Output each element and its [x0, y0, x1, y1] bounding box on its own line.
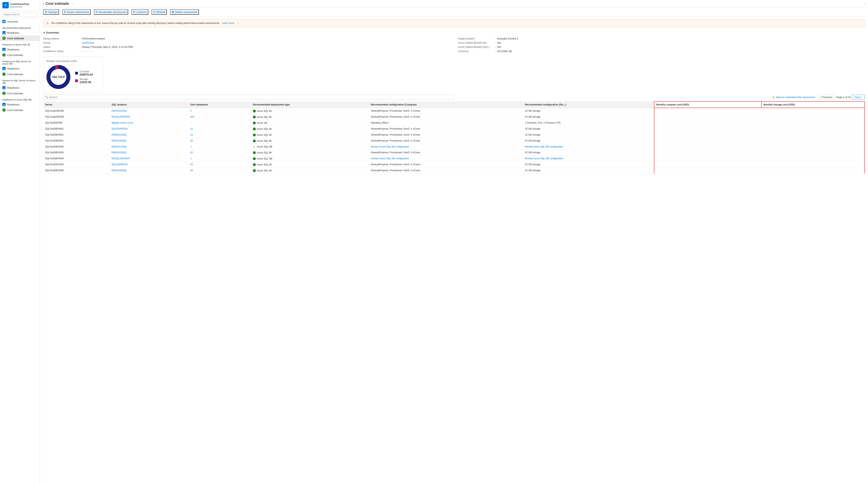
readiness-label-3: Readiness: [7, 67, 19, 70]
chart-section: Monthly cost estimate (USD) 262,710.9: [43, 56, 865, 92]
sidebar-item-sqldb-cost[interactable]: $ Cost estimate: [0, 107, 40, 113]
more-options-dots[interactable]: ···: [71, 2, 74, 6]
sidebar-item-sqlvm-cost[interactable]: $ Cost estimate: [0, 71, 40, 77]
banner-link[interactable]: Learn more.: [222, 22, 235, 25]
cell-monthly-compute: [654, 144, 762, 150]
sql-instance-link[interactable]: DMS2012SQL: [112, 110, 127, 112]
cell-config-storage: 32 GB storage: [523, 108, 654, 114]
sidebar-item-sqlvm-readiness[interactable]: ☁ Readiness: [0, 66, 40, 71]
sidebar-item-sqlmi-readiness[interactable]: ☁ Readiness: [0, 47, 40, 52]
columns-button[interactable]: ☰ Columns: [131, 9, 148, 15]
sidebar: $ CostCheckTest Assessment ▦ Overview Re…: [0, 0, 40, 483]
sidebar-item-servervm-cost[interactable]: $ Cost estimate: [0, 91, 40, 96]
user-db-link[interactable]: 24: [190, 133, 193, 136]
sql-instance-link[interactable]: SQLEXPRESS: [112, 163, 128, 166]
app-subtitle: Assessment: [10, 6, 29, 8]
essentials-header[interactable]: ∧ Essentials: [43, 30, 865, 36]
config-compute-link[interactable]: Review Azure SQL DB configuration: [371, 157, 409, 160]
cell-server: SQLTestDBVM42: [43, 126, 110, 132]
sizing-label: Sizing criteria: [43, 37, 79, 40]
user-db-link[interactable]: 1: [190, 157, 192, 160]
sql-instance-link[interactable]: Migrate server to Az...: [112, 121, 135, 124]
cell-config-compute: Review Azure SQL DB configuration: [369, 144, 523, 150]
sql-instance-link[interactable]: DMS2012SQL: [112, 133, 127, 136]
cell-sql-instance: DMS2012SQL: [110, 132, 188, 138]
sidebar-item-sqlmi-cost[interactable]: $ Cost estimate: [0, 52, 40, 58]
main-header: | Cost estimate ··· ›: [40, 0, 868, 7]
cell-config-storage: 32 GB storage: [523, 150, 654, 155]
search-input[interactable]: [2, 12, 38, 17]
user-db-link[interactable]: 20: [190, 139, 193, 142]
cell-sql-instance: DMS2016SQL: [110, 150, 188, 155]
cell-user-db: 20: [188, 138, 251, 144]
cell-config-storage: 1 Premium_P10, 1 Premium_P15: [523, 120, 654, 126]
sql-instance-link[interactable]: DMS2012SQL: [112, 145, 127, 148]
cell-deployment: ✓ Azure VM: [251, 120, 369, 126]
config-compute-link[interactable]: Review Azure SQL DB configuration: [371, 145, 409, 148]
sql-instance-link[interactable]: MSSQLSERVER: [112, 115, 129, 118]
cell-sql-instance: SQLEXPRESS: [110, 126, 188, 132]
cell-user-db: 20: [188, 150, 251, 155]
deployment-type: Azure SQL MI: [257, 128, 272, 130]
sql-instance-link[interactable]: DMS2016SQL: [112, 139, 127, 142]
config-storage-link[interactable]: Review Azure SQL DB configuration: [525, 157, 563, 160]
user-db-link[interactable]: 20: [190, 169, 193, 172]
recalculate-button[interactable]: ↻ Recalculate assessment: [94, 9, 128, 15]
cell-sql-instance: DMS2012SQL: [110, 108, 188, 114]
refresh-button[interactable]: ↺ Refresh: [152, 9, 167, 15]
group-label: Group: [43, 41, 79, 44]
status-check-icon: ✓: [253, 122, 256, 124]
collapse-button[interactable]: ›: [864, 2, 865, 5]
cell-monthly-compute: [654, 138, 762, 144]
cell-sql-instance: DMS2012SQL: [110, 144, 188, 150]
cell-deployment: ⚠ Azure SQL DB: [251, 144, 369, 150]
sql-instance-link[interactable]: DMS2016SQL: [112, 169, 127, 172]
user-db-link[interactable]: -: [190, 121, 191, 124]
previous-button[interactable]: < Previous: [817, 95, 835, 100]
table-search-input[interactable]: [49, 96, 452, 99]
table-row: SQLTestDBVM38 DMS2016SQL 20 ✓ Azure SQL …: [43, 168, 865, 174]
config-storage-link[interactable]: Review Azure SQL DB configuration: [525, 145, 563, 148]
cell-deployment: ✓ Azure SQL MI: [251, 126, 369, 132]
cell-monthly-storage: [762, 108, 865, 114]
sql-instance-link[interactable]: MSSQLSERVER: [112, 157, 129, 160]
chart-title: Monthly cost estimate (USD): [46, 60, 99, 63]
deployment-type: Azure SQL MI: [257, 133, 272, 137]
sidebar-search-container[interactable]: [0, 10, 40, 19]
sidebar-item-recommended-readiness[interactable]: ☁ Readiness: [0, 30, 40, 35]
table-row: SQLTestDBVM42 DMS2012SQL 24 ✓ Azure SQL …: [43, 132, 865, 138]
user-db-link[interactable]: 21: [190, 127, 193, 130]
next-button[interactable]: Next >: [852, 95, 865, 100]
user-db-link[interactable]: 2: [190, 110, 192, 112]
export-button[interactable]: ⬇ Export assessment: [62, 9, 91, 15]
group-value-link[interactable]: costCheck: [82, 41, 94, 44]
cost-icon-1: $: [2, 37, 6, 40]
readiness-label-1: Readiness: [7, 31, 19, 34]
sql-instance-link[interactable]: SQLEXPRESS: [112, 127, 128, 130]
sidebar-item-servervm-readiness[interactable]: ☁ Readiness: [0, 85, 40, 91]
delete-button[interactable]: 🗑 Delete assessment: [170, 9, 199, 15]
user-db-link[interactable]: 203: [190, 115, 194, 118]
cell-monthly-compute: [654, 132, 762, 138]
chart-inner: 262,710.9 Compute 250678.42: [46, 65, 99, 89]
sidebar-item-sqldb-readiness[interactable]: ☁ Readiness: [0, 102, 40, 107]
status-check-icon: ✓: [253, 151, 256, 154]
user-db-link[interactable]: 1: [190, 145, 192, 148]
cost-icon-3: $: [2, 72, 6, 76]
sidebar-item-recommended-cost[interactable]: $ Cost estimate: [0, 35, 40, 41]
cell-server: SQLTestDBVM42: [43, 132, 110, 138]
user-db-link[interactable]: 21: [190, 163, 193, 166]
confidence-value[interactable]: - - - - -: [82, 50, 93, 53]
deployment-type: Azure SQL DB: [257, 157, 272, 160]
help-link[interactable]: 💡 Help me understand this assessment: [772, 96, 815, 99]
sql-instance-link[interactable]: DMS2016SQL: [112, 151, 127, 154]
storage-value: 12032.46: [80, 81, 91, 84]
user-db-link[interactable]: 20: [190, 151, 193, 154]
table-search-container[interactable]: 🔍: [43, 95, 454, 100]
table-toolbar: 🔍 💡 Help me understand this assessment <…: [43, 95, 865, 100]
settings-button[interactable]: ⚙ Settings: [43, 9, 59, 15]
sidebar-item-overview[interactable]: ▦ Overview: [0, 19, 40, 24]
config-storage-text: 32 GB storage: [525, 163, 540, 166]
cell-monthly-compute: [654, 155, 762, 161]
cell-monthly-storage: [762, 126, 865, 132]
